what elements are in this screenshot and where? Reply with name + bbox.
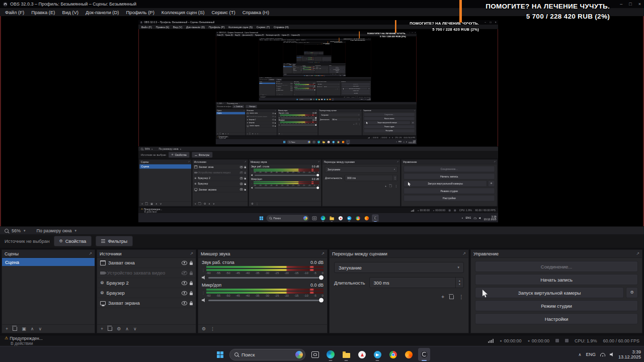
- popout-icon[interactable]: ↗: [89, 251, 92, 256]
- move-source-down-button[interactable]: ∨: [133, 326, 137, 331]
- volume-slider[interactable]: [208, 300, 324, 301]
- add-source-button[interactable]: +: [101, 326, 103, 331]
- source-row[interactable]: Захват экрана: [97, 298, 196, 308]
- move-scene-down-button[interactable]: ∨: [38, 326, 42, 331]
- taskbar-clock[interactable]: 3:39 13.12.2025: [618, 349, 641, 359]
- visibility-toggle-icon[interactable]: [182, 301, 187, 305]
- spinner-arrows[interactable]: ▴ ▾: [455, 278, 463, 288]
- preview-canvas[interactable]: OBS 32.0.3 – Профиль: Безымянный – Сцены…: [0, 16, 644, 226]
- menu-edit[interactable]: Правка (E): [28, 10, 58, 15]
- maximize-button[interactable]: □: [629, 2, 631, 7]
- sources-dock-header[interactable]: Источники ↗: [97, 250, 196, 258]
- taskbar-app-obs-studio[interactable]: [418, 348, 430, 361]
- speaker-icon[interactable]: [610, 352, 614, 356]
- scenes-list: Сцена: [139, 164, 191, 202]
- mixer-dock-header[interactable]: Микшер звука ↗: [198, 250, 327, 258]
- close-button[interactable]: ×: [638, 2, 641, 7]
- start-virtual-camera-button[interactable]: Запуск виртуальной камеры: [475, 287, 624, 298]
- transitions-dock-header[interactable]: Переходы между сценами ↗: [330, 250, 468, 258]
- remove-source-button[interactable]: [108, 327, 112, 331]
- settings-button[interactable]: Настройки: [475, 313, 638, 324]
- popout-icon[interactable]: ↗: [636, 251, 639, 256]
- source-row[interactable]: ⊕ Браузер: [97, 288, 196, 298]
- source-row[interactable]: Захват окна: [97, 258, 196, 268]
- move-source-up-button[interactable]: ∧: [125, 326, 129, 331]
- status-warning[interactable]: ⚠ Предупрежден... В действии: [5, 336, 43, 346]
- wifi-icon[interactable]: [600, 353, 605, 356]
- taskbar-app-telegram[interactable]: [371, 348, 383, 361]
- popout-icon[interactable]: ↗: [462, 251, 466, 256]
- lock-toggle-icon[interactable]: [190, 262, 193, 265]
- minimize-button[interactable]: –: [620, 2, 622, 7]
- duration-input[interactable]: 300 ms ▴ ▾: [369, 277, 464, 288]
- spin-down-icon[interactable]: ▾: [459, 283, 460, 286]
- drag-handle-icon[interactable]: ⋮: [202, 289, 205, 298]
- visibility-toggle-icon[interactable]: [182, 291, 187, 295]
- taskbar-app-task-view: [312, 98, 314, 101]
- popout-icon[interactable]: ↗: [321, 251, 325, 256]
- remove-transition-button[interactable]: [449, 295, 454, 299]
- taskbar-app-task-view[interactable]: [309, 348, 321, 361]
- transition-menu-button[interactable]: ⋮: [459, 294, 464, 300]
- volume-slider-handle[interactable]: [319, 276, 324, 280]
- menu-docks[interactable]: Док-панели (D): [82, 10, 122, 15]
- add-transition-button[interactable]: +: [441, 294, 444, 300]
- drag-handle-icon[interactable]: ⋮: [202, 266, 205, 275]
- taskbar-app-edge[interactable]: [325, 348, 337, 361]
- taskbar-app-yandex-browser[interactable]: [356, 348, 368, 361]
- tray-chevron-icon[interactable]: ∧: [579, 352, 582, 357]
- advanced-audio-button[interactable]: ⚙: [202, 326, 206, 331]
- search-icon: [289, 141, 290, 142]
- remove-scene-button[interactable]: [13, 327, 17, 331]
- start-streaming-button[interactable]: Соединение...: [475, 261, 638, 272]
- source-row[interactable]: ⊕ Браузер 2: [97, 278, 196, 288]
- taskbar-app-chrome[interactable]: [387, 348, 399, 361]
- language-indicator[interactable]: ENG: [586, 352, 596, 357]
- taskbar-app-firefox[interactable]: [403, 348, 415, 361]
- move-scene-up-button[interactable]: ∧: [31, 326, 34, 331]
- filters-button[interactable]: Фильтры: [96, 236, 133, 246]
- zoom-level[interactable]: 56%: [12, 228, 21, 233]
- fit-mode-select[interactable]: По размеру окна: [37, 228, 72, 233]
- chevron-down-icon[interactable]: ▾: [24, 229, 26, 233]
- speaker-mute-icon[interactable]: [202, 298, 206, 302]
- meter-tick-label: -40: [301, 89, 302, 89]
- menu-tools[interactable]: Сервис (T): [208, 10, 238, 15]
- taskbar-search[interactable]: Поиск: [229, 349, 305, 360]
- speaker-mute-icon[interactable]: [202, 276, 206, 280]
- taskbar-app-explorer[interactable]: [340, 348, 352, 361]
- source-row[interactable]: Устройство захвата видео: [97, 268, 196, 278]
- visibility-toggle-icon[interactable]: [182, 271, 187, 275]
- mixer-menu-button[interactable]: ⋮: [210, 326, 215, 331]
- start-button[interactable]: [214, 348, 226, 361]
- virtual-camera-settings-button[interactable]: ⚙: [626, 287, 638, 298]
- display-capture-icon: [194, 188, 197, 190]
- visibility-toggle-icon[interactable]: [182, 281, 187, 285]
- scene-list-item[interactable]: Сцена: [2, 258, 95, 266]
- duplicate-scene-button[interactable]: ▣: [22, 326, 26, 331]
- studio-mode-button[interactable]: Режим студии: [475, 300, 638, 311]
- properties-button[interactable]: ⚙ Свойства: [54, 236, 92, 246]
- controls-dock-header[interactable]: Управление ↗: [471, 250, 642, 258]
- chevron-down-icon[interactable]: ▾: [75, 229, 77, 233]
- menu-view[interactable]: Вид (V): [59, 10, 83, 15]
- start-recording-button[interactable]: Начать запись: [475, 274, 638, 285]
- spin-up-icon[interactable]: ▴: [459, 279, 460, 283]
- visibility-toggle-icon[interactable]: [182, 261, 187, 265]
- volume-slider[interactable]: [208, 277, 324, 279]
- scenes-dock-header[interactable]: Сцены ↗: [2, 250, 95, 258]
- menu-scene-collection[interactable]: Коллекция сцен (S): [158, 10, 208, 15]
- volume-slider-handle[interactable]: [319, 298, 324, 303]
- transition-select[interactable]: Затухание ▾: [334, 262, 464, 273]
- lock-toggle-icon[interactable]: [190, 283, 193, 285]
- lock-toggle-icon[interactable]: [190, 303, 193, 305]
- source-properties-button[interactable]: ⚙: [117, 326, 121, 331]
- lock-toggle-icon[interactable]: [190, 273, 193, 275]
- menu-help[interactable]: Справка (H): [239, 10, 273, 15]
- popout-icon[interactable]: ↗: [190, 251, 193, 256]
- menu-profile[interactable]: Профиль (P): [123, 10, 158, 15]
- add-scene-button[interactable]: +: [6, 326, 8, 331]
- menu-file[interactable]: Файл (F): [2, 10, 28, 15]
- lock-toggle-icon[interactable]: [190, 293, 193, 295]
- menu-profile: Профиль (P): [303, 44, 305, 44]
